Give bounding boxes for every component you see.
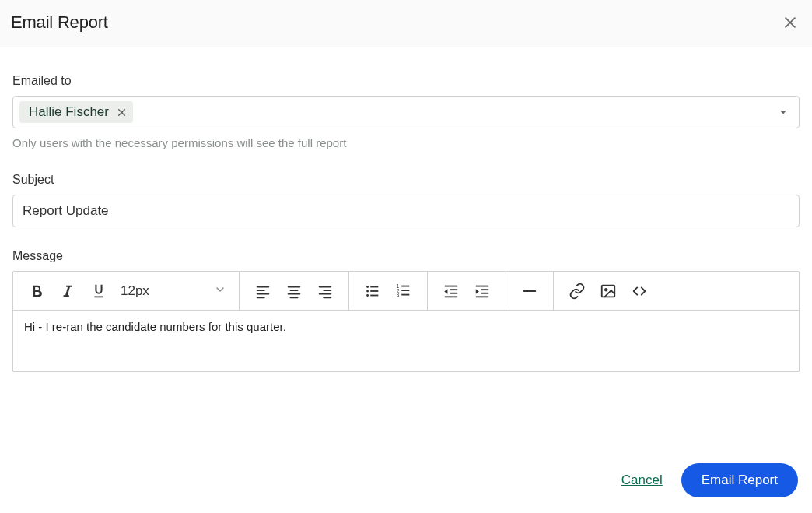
dialog-title: Email Report [11,12,108,33]
svg-point-17 [366,286,369,288]
message-label: Message [12,249,800,263]
recipient-dropdown-icon[interactable] [779,107,793,117]
numbered-list-icon[interactable]: 123 [388,276,419,307]
svg-marker-4 [780,111,786,114]
toolbar-group-hr [506,272,554,310]
link-icon[interactable] [562,276,593,307]
bold-icon[interactable] [21,276,52,307]
svg-point-41 [605,288,607,290]
subject-label: Subject [12,173,800,187]
message-section: Message 12px [12,249,800,372]
editor-toolbar: 12px [13,272,799,311]
emailed-to-input[interactable]: Hallie Fischer [12,96,800,128]
svg-rect-27 [401,290,409,291]
font-size-select[interactable]: 12px [114,283,231,299]
toolbar-group-insert [554,272,663,310]
subject-input[interactable] [12,195,800,227]
svg-point-18 [366,290,369,292]
align-center-icon[interactable] [278,276,310,307]
toolbar-group-indent [428,272,506,310]
email-report-button[interactable]: Email Report [681,463,798,497]
dialog-header: Email Report [0,0,812,47]
font-size-value: 12px [121,283,149,299]
italic-icon[interactable] [52,276,83,307]
svg-marker-38 [476,289,479,293]
recipient-name: Hallie Fischer [29,104,109,120]
svg-rect-29 [445,285,458,286]
image-icon[interactable] [593,276,624,307]
emailed-to-helper: Only users with the necessary permission… [12,136,800,149]
emailed-to-label: Emailed to [12,74,800,88]
svg-rect-31 [450,292,457,293]
svg-rect-32 [445,296,458,297]
emailed-to-section: Emailed to Hallie Fischer Only users wit… [12,74,800,149]
svg-point-19 [366,294,369,297]
svg-rect-20 [370,286,378,287]
svg-rect-22 [370,294,378,296]
svg-rect-21 [370,290,378,292]
svg-marker-33 [444,289,447,293]
svg-text:3: 3 [397,292,400,297]
svg-rect-37 [476,296,489,297]
svg-rect-36 [481,292,488,293]
underline-icon[interactable] [83,276,114,307]
svg-rect-28 [401,293,409,295]
align-left-icon[interactable] [247,276,278,307]
svg-rect-35 [481,289,488,290]
svg-rect-30 [450,289,457,290]
subject-section: Subject [12,173,800,227]
svg-rect-26 [401,285,409,286]
outdent-icon[interactable] [436,276,467,307]
chevron-down-icon [214,283,226,299]
rich-text-editor: 12px [12,271,800,372]
toolbar-group-align [240,272,349,310]
svg-rect-34 [476,285,489,286]
dialog-content: Emailed to Hallie Fischer Only users wit… [0,47,812,451]
horizontal-rule-icon[interactable] [514,276,545,307]
indent-icon[interactable] [467,276,498,307]
bullet-list-icon[interactable] [357,276,388,307]
code-icon[interactable] [624,276,655,307]
remove-recipient-icon[interactable] [117,107,127,118]
message-body[interactable]: Hi - I re-ran the candidate numbers for … [13,311,799,371]
recipient-chip: Hallie Fischer [19,101,133,123]
toolbar-group-text: 12px [13,272,240,310]
align-right-icon[interactable] [310,276,341,307]
cancel-button[interactable]: Cancel [621,473,663,488]
close-icon[interactable] [782,15,798,30]
toolbar-group-list: 123 [349,272,428,310]
dialog-footer: Cancel Email Report [0,451,812,513]
